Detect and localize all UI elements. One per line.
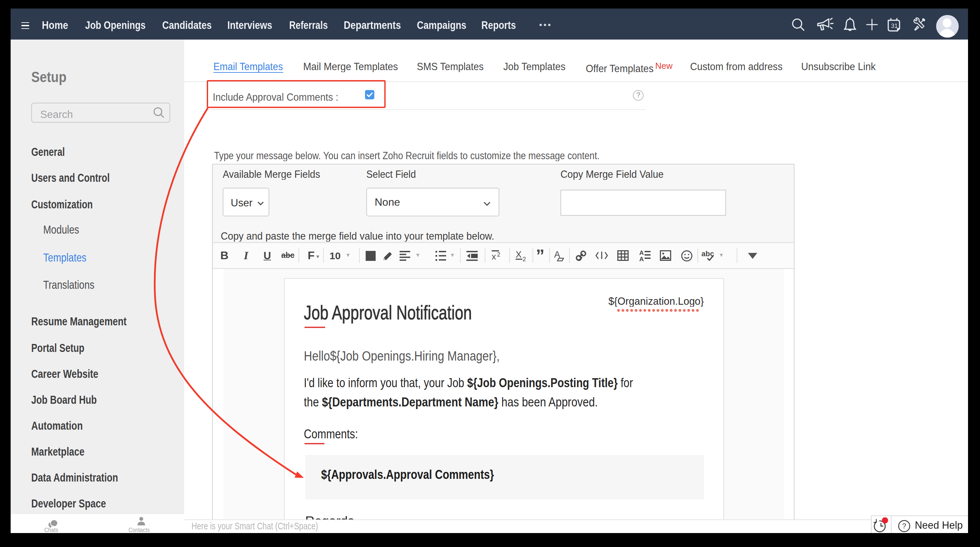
svg-text:A: A — [639, 250, 644, 256]
svg-text:x: x — [491, 251, 496, 261]
svg-text:A: A — [639, 256, 644, 262]
svg-text:2: 2 — [496, 251, 500, 258]
svg-text:?: ? — [902, 522, 906, 530]
svg-text:2: 2 — [522, 256, 525, 261]
svg-text:31: 31 — [891, 22, 897, 29]
svg-text:X: X — [515, 250, 521, 259]
